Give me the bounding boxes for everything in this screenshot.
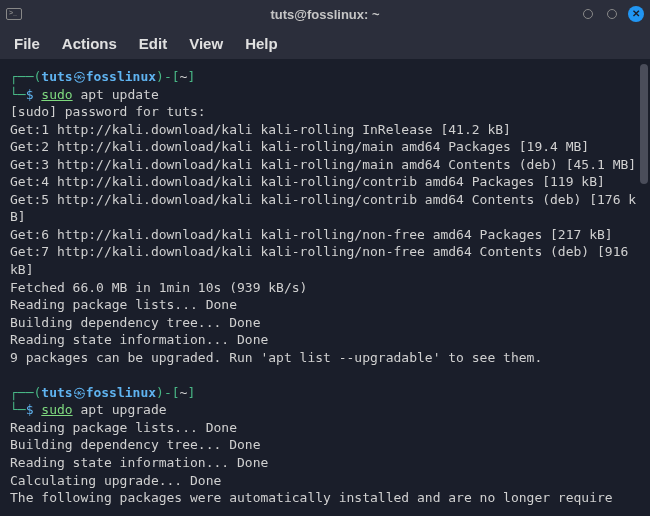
output-block-1: [sudo] password for tuts: Get:1 http://k… bbox=[10, 104, 636, 365]
minimize-button[interactable] bbox=[580, 6, 596, 22]
menu-file[interactable]: File bbox=[14, 35, 40, 52]
output-block-2: Reading package lists... Done Building d… bbox=[10, 420, 613, 505]
titlebar-left bbox=[6, 8, 22, 20]
window-title: tuts@fosslinux: ~ bbox=[270, 7, 379, 22]
menu-bar: File Actions Edit View Help bbox=[0, 28, 650, 60]
terminal-area[interactable]: ┌──(tuts㉿fosslinux)-[~]└─$ sudo apt upda… bbox=[0, 60, 650, 516]
window-controls bbox=[580, 6, 644, 22]
prompt-at-icon-2: ㉿ bbox=[73, 385, 86, 400]
cmd-sudo-2: sudo bbox=[41, 402, 72, 417]
cmd-rest-2: apt upgrade bbox=[73, 402, 167, 417]
scrollbar-thumb[interactable] bbox=[640, 64, 648, 184]
prompt-at-icon: ㉿ bbox=[73, 69, 86, 84]
close-button[interactable] bbox=[628, 6, 644, 22]
scrollbar-track[interactable] bbox=[640, 64, 648, 512]
prompt-dollar-2: $ bbox=[26, 402, 34, 417]
prompt-host: fosslinux bbox=[86, 69, 156, 84]
menu-view[interactable]: View bbox=[189, 35, 223, 52]
menu-actions[interactable]: Actions bbox=[62, 35, 117, 52]
prompt-host-2: fosslinux bbox=[86, 385, 156, 400]
cmd-sudo-1: sudo bbox=[41, 87, 72, 102]
window-titlebar: tuts@fosslinux: ~ bbox=[0, 0, 650, 28]
prompt-dollar: $ bbox=[26, 87, 34, 102]
prompt-cmd-2: └─$ sudo apt upgrade bbox=[10, 401, 640, 419]
terminal-content[interactable]: ┌──(tuts㉿fosslinux)-[~]└─$ sudo apt upda… bbox=[0, 60, 650, 515]
prompt-line-1: ┌──(tuts㉿fosslinux)-[~] bbox=[10, 68, 640, 86]
terminal-icon bbox=[6, 8, 22, 20]
menu-help[interactable]: Help bbox=[245, 35, 278, 52]
prompt-user: tuts bbox=[41, 69, 72, 84]
prompt-line-2: ┌──(tuts㉿fosslinux)-[~] bbox=[10, 384, 640, 402]
cmd-rest-1: apt update bbox=[73, 87, 159, 102]
prompt-user-2: tuts bbox=[41, 385, 72, 400]
prompt-cmd-1: └─$ sudo apt update bbox=[10, 86, 640, 104]
menu-edit[interactable]: Edit bbox=[139, 35, 167, 52]
maximize-button[interactable] bbox=[604, 6, 620, 22]
